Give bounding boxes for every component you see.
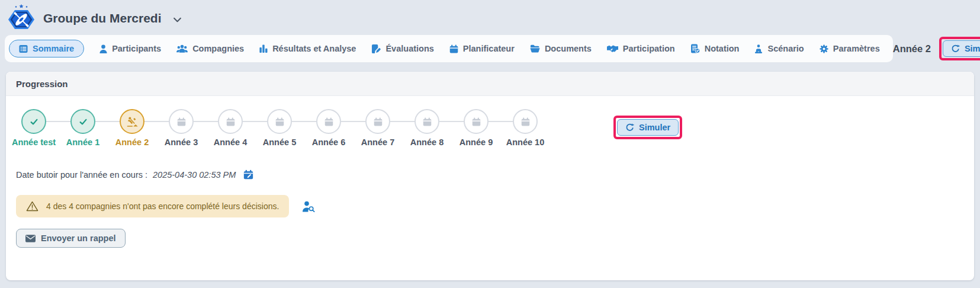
calendar-icon xyxy=(374,117,383,126)
step-label: Année 10 xyxy=(506,137,544,147)
step-annee-7[interactable]: Année 7 xyxy=(365,109,390,134)
calendar-edit-icon[interactable] xyxy=(243,169,253,180)
step-connector xyxy=(489,121,513,122)
users-icon xyxy=(176,44,188,53)
folder-icon xyxy=(530,44,540,53)
tab-label: Participation xyxy=(623,44,675,53)
tab-parametres[interactable]: Paramètres xyxy=(820,44,880,53)
nav-tabs: Sommaire Participants Compagnies Résulta… xyxy=(5,35,893,62)
step-annee-6[interactable]: Année 6 xyxy=(316,109,341,134)
gear-icon xyxy=(820,44,828,53)
tab-label: Scénario xyxy=(767,44,804,53)
tab-label: Compagnies xyxy=(192,44,244,53)
deadline-row: Date butoir pour l'année en cours : 2025… xyxy=(16,169,964,180)
card-header: Progression xyxy=(6,72,974,96)
step-connector xyxy=(46,121,70,122)
group-title[interactable]: Groupe du Mercredi xyxy=(43,11,162,25)
tab-evaluations[interactable]: Évaluations xyxy=(371,44,433,53)
user-search-icon[interactable] xyxy=(302,201,315,212)
tab-label: Documents xyxy=(545,44,592,53)
tab-label: Sommaire xyxy=(33,44,74,53)
step-annee-5[interactable]: Année 5 xyxy=(267,109,292,134)
progression-card: Progression Année test Année 1 Année 2 xyxy=(6,72,974,280)
step-connector xyxy=(144,121,169,122)
step-connector xyxy=(194,121,218,122)
chevron-down-icon[interactable] xyxy=(173,17,182,23)
check-icon xyxy=(29,117,39,127)
card-title: Progression xyxy=(16,79,68,89)
step-circle xyxy=(513,109,538,134)
envelope-icon xyxy=(25,235,36,242)
tab-scenario[interactable]: Scénario xyxy=(754,44,804,53)
step-connector xyxy=(341,121,365,122)
step-circle xyxy=(120,109,144,134)
tab-label: Participants xyxy=(112,44,161,53)
calendar-icon xyxy=(521,117,530,126)
tab-participation[interactable]: Participation xyxy=(607,44,675,53)
simulate-button-panel[interactable]: Simuler xyxy=(617,119,679,136)
step-label: Année 6 xyxy=(312,137,345,147)
calendar-icon xyxy=(275,117,284,126)
list-check-icon xyxy=(690,44,700,53)
step-circle xyxy=(415,109,439,134)
reminder-label: Envoyer un rappel xyxy=(41,233,116,243)
step-circle xyxy=(21,109,46,134)
step-circle xyxy=(70,109,95,134)
step-annee-3[interactable]: Année 3 xyxy=(169,109,194,134)
tab-compagnies[interactable]: Compagnies xyxy=(176,44,244,53)
calendar-icon xyxy=(226,117,235,126)
refresh-icon xyxy=(625,123,634,132)
step-annee-1[interactable]: Année 1 xyxy=(70,109,95,134)
tab-label: Paramètres xyxy=(833,44,880,53)
step-circle xyxy=(464,109,489,134)
step-connector xyxy=(95,121,120,122)
calendar-icon xyxy=(449,44,458,53)
step-label: Année 2 xyxy=(115,137,149,147)
warning-text: 4 des 4 compagnies n'ont pas encore comp… xyxy=(46,201,279,211)
warning-triangle-icon xyxy=(26,201,38,212)
step-circle xyxy=(365,109,390,134)
simulate-button-top[interactable]: Simuler xyxy=(943,40,980,57)
step-circle xyxy=(169,109,194,134)
step-annee-4[interactable]: Année 4 xyxy=(218,109,243,134)
tab-participants[interactable]: Participants xyxy=(99,44,161,53)
step-annee-10[interactable]: Année 10 xyxy=(513,109,538,134)
step-label: Année 9 xyxy=(460,137,493,147)
step-annee-2[interactable]: Année 2 xyxy=(120,109,144,134)
tab-planificateur[interactable]: Planificateur xyxy=(449,44,515,53)
step-label: Année 7 xyxy=(361,137,394,147)
step-label: Année 3 xyxy=(165,137,198,147)
tab-documents[interactable]: Documents xyxy=(530,44,592,53)
app-logo-icon[interactable] xyxy=(7,4,36,33)
step-label: Année 1 xyxy=(66,137,99,147)
step-annee-8[interactable]: Année 8 xyxy=(415,109,439,134)
person-digging-icon xyxy=(127,117,138,127)
warning-row: 4 des 4 compagnies n'ont pas encore comp… xyxy=(16,195,964,217)
step-label: Année 4 xyxy=(214,137,247,147)
calendar-icon xyxy=(423,117,432,126)
step-connector xyxy=(243,121,267,122)
deadline-value: 2025-04-30 02:53 PM xyxy=(153,170,236,180)
step-connector xyxy=(292,121,316,122)
summary-list-icon xyxy=(19,44,28,53)
app-header: Groupe du Mercredi xyxy=(0,0,980,33)
check-icon xyxy=(78,117,88,127)
presenter-icon xyxy=(754,44,763,53)
calendar-icon xyxy=(472,117,481,126)
tab-notation[interactable]: Notation xyxy=(690,44,740,53)
tab-resultats[interactable]: Résultats et Analyse xyxy=(259,44,356,53)
send-reminder-button[interactable]: Envoyer un rappel xyxy=(16,229,126,248)
step-annee-test[interactable]: Année test xyxy=(21,109,46,134)
step-circle xyxy=(316,109,341,134)
tab-label: Résultats et Analyse xyxy=(272,44,356,53)
current-year-label: Année 2 xyxy=(893,43,931,55)
simulate-highlight-annotation: Simuler xyxy=(939,37,980,60)
simulate-button-label: Simuler xyxy=(965,44,980,53)
tab-sommaire[interactable]: Sommaire xyxy=(9,40,84,57)
handshake-icon xyxy=(607,44,618,53)
simulate-highlight-annotation: Simuler xyxy=(613,116,682,139)
tab-label: Notation xyxy=(705,44,740,53)
calendar-icon xyxy=(324,117,333,126)
step-label: Année 5 xyxy=(263,137,296,147)
step-annee-9[interactable]: Année 9 xyxy=(464,109,489,134)
